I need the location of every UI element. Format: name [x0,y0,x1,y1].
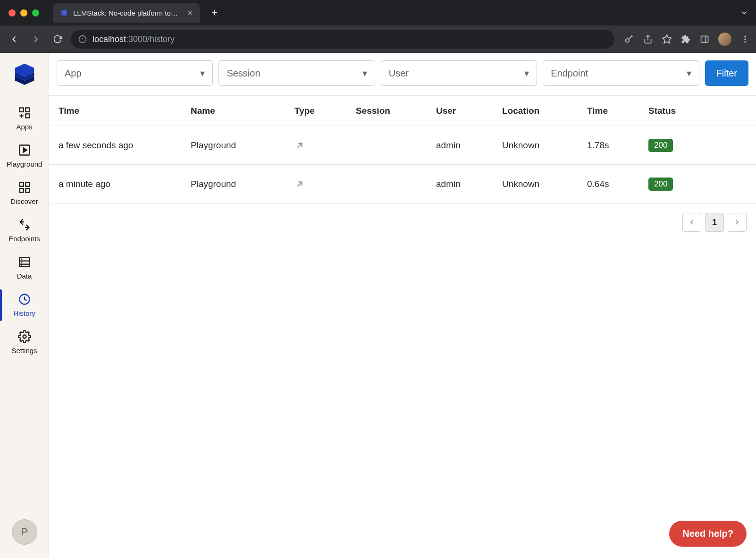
tabs-dropdown-icon[interactable] [740,8,748,17]
user-avatar[interactable]: P [12,519,37,545]
filter-endpoint-select[interactable]: Endpoint ▾ [543,60,699,86]
filter-button[interactable]: Filter [705,60,748,86]
cell-name: Playground [191,140,294,151]
window-close-button[interactable] [8,9,16,17]
cell-location: Unknown [502,140,587,151]
status-badge: 200 [648,139,673,152]
filter-user-select[interactable]: User ▾ [381,60,537,86]
sidebar-item-playground[interactable]: Playground [0,137,49,175]
need-help-button[interactable]: Need help? [669,521,747,547]
tab-close-icon[interactable]: ✕ [187,8,193,17]
table-row[interactable]: a few seconds ago Playground admin Unkno… [49,126,756,165]
forward-button[interactable] [27,31,44,48]
table-header-row: Time Name Type Session User Location Tim… [49,96,756,126]
svg-rect-23 [25,183,29,186]
sidebar-item-label: History [13,309,35,317]
filter-app-select[interactable]: App ▾ [57,60,213,86]
gear-icon [17,330,32,344]
back-button[interactable] [6,31,23,48]
col-session: Session [356,106,436,116]
password-key-icon[interactable] [624,34,634,44]
app-logo-icon[interactable] [11,59,38,87]
svg-point-31 [21,265,22,266]
cell-status: 200 [648,139,705,152]
site-info-icon[interactable] [78,35,87,43]
cell-time-rel: a minute ago [59,179,191,189]
svg-marker-0 [61,9,67,16]
cell-time-rel: a few seconds ago [59,140,191,151]
col-status: Status [648,106,705,116]
tab-favicon-icon [60,8,68,17]
svg-rect-16 [25,108,29,112]
window-minimize-button[interactable] [20,9,27,17]
svg-point-11 [744,41,746,42]
filter-session-label: Session [227,68,260,79]
reload-button[interactable] [49,31,66,48]
cell-duration: 0.64s [587,179,648,189]
sidebar-item-label: Settings [11,347,37,355]
col-duration: Time [587,106,648,116]
svg-marker-6 [663,35,671,43]
sidebar-item-discover[interactable]: Discover [0,175,49,212]
main-content: App ▾ Session ▾ User ▾ Endpoint ▾ Filter… [49,53,756,558]
filter-session-select[interactable]: Session ▾ [218,60,375,86]
tab-title: LLMStack: No-code platform to… [73,9,182,17]
page-1-button[interactable]: 1 [705,213,724,232]
sidepanel-icon[interactable] [699,34,710,44]
window-maximize-button[interactable] [32,9,39,17]
apps-icon [17,106,32,120]
svg-rect-24 [19,188,23,192]
url-port: :3000 [126,34,147,44]
svg-rect-7 [701,36,708,42]
svg-point-30 [21,262,22,263]
bookmark-star-icon[interactable] [662,34,672,44]
svg-rect-22 [19,183,23,186]
svg-line-35 [297,182,302,186]
url-text: localhost:3000/history [92,34,175,44]
sidebar-item-apps[interactable]: Apps [0,100,49,137]
menu-kebab-icon[interactable] [740,34,750,44]
filter-app-label: App [65,68,82,79]
user-initial: P [21,526,28,538]
filter-user-label: User [389,68,409,79]
new-tab-button[interactable]: + [206,4,223,21]
sidebar: Apps Playground Discover Endpoints Data [0,53,49,558]
extensions-icon[interactable] [680,34,691,44]
grid-icon [17,180,32,194]
table-row[interactable]: a minute ago Playground admin Unknown 0.… [49,165,756,203]
page-prev-button[interactable] [682,213,701,232]
browser-tab[interactable]: LLMStack: No-code platform to… ✕ [53,3,200,23]
sidebar-item-settings[interactable]: Settings [0,324,49,361]
sidebar-item-label: Apps [16,123,32,131]
tab-bar: LLMStack: No-code platform to… ✕ + [0,0,756,25]
chevron-down-icon: ▾ [362,68,367,79]
cell-user: admin [436,140,502,151]
external-link-icon [294,179,356,189]
col-name: Name [191,106,294,116]
cell-name: Playground [191,179,294,189]
sidebar-item-label: Data [17,272,32,280]
sidebar-item-data[interactable]: Data [0,249,49,287]
share-icon[interactable] [643,34,653,44]
sidebar-item-endpoints[interactable]: Endpoints [0,212,49,249]
chevron-down-icon: ▾ [200,68,205,79]
url-bar[interactable]: localhost:3000/history [71,30,614,49]
history-icon [17,292,32,306]
col-location: Location [502,106,587,116]
svg-rect-15 [19,108,23,112]
window-controls [8,9,39,17]
col-type: Type [294,106,356,116]
svg-rect-25 [25,188,29,192]
sidebar-item-history[interactable]: History [0,287,49,324]
url-host: localhost [92,34,126,44]
play-icon [17,143,32,157]
profile-avatar[interactable] [718,33,731,46]
cell-status: 200 [648,178,705,191]
chevron-down-icon: ▾ [687,68,691,79]
svg-line-34 [297,143,302,147]
page-next-button[interactable] [728,213,747,232]
svg-point-33 [23,335,26,338]
svg-point-9 [744,36,746,37]
pagination: 1 [49,203,756,232]
endpoint-icon [17,218,32,232]
